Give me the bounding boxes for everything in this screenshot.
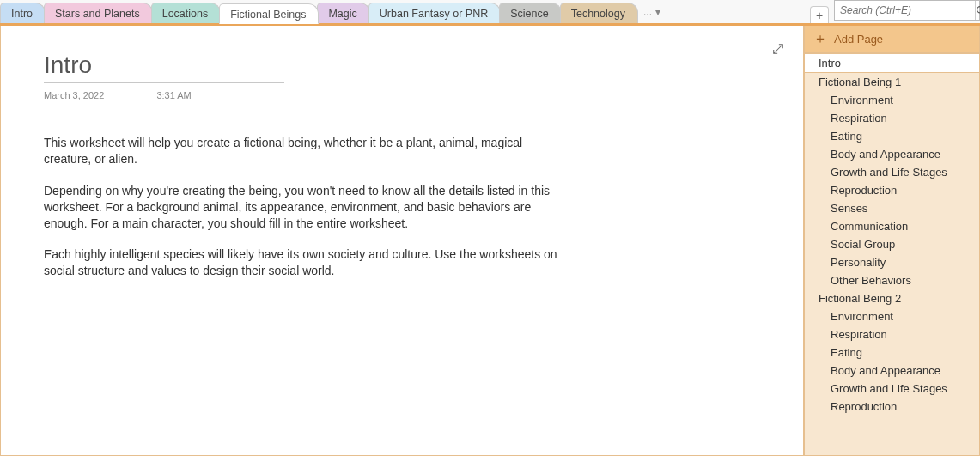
svg-line-2 (774, 45, 783, 54)
search-box[interactable] (834, 0, 980, 21)
page-list-item[interactable]: Fictional Being 1 (805, 73, 979, 91)
page-list-item[interactable]: Respiration (805, 109, 979, 127)
page-list-item[interactable]: Respiration (805, 325, 979, 344)
page-list-item[interactable]: Reproduction (805, 181, 979, 199)
plus-icon: ＋ (813, 30, 827, 48)
tab-overflow-menu[interactable]: ... ▾ (636, 4, 667, 20)
tab-technology[interactable]: Technology (560, 3, 638, 23)
page-list-item[interactable]: Other Behaviors (805, 271, 979, 289)
page-list-item[interactable]: Eating (805, 127, 979, 145)
page-time: 3:31 AM (156, 90, 191, 100)
add-page-button[interactable]: ＋ Add Page (805, 26, 979, 53)
tab-science[interactable]: Science (499, 3, 561, 23)
page-list-item[interactable]: Social Group (805, 235, 979, 253)
tab-locations[interactable]: Locations (151, 3, 222, 23)
title-underline (44, 82, 284, 83)
search-input[interactable] (835, 1, 975, 20)
paragraph[interactable]: Depending on why you're creating the bei… (44, 183, 559, 232)
paragraph[interactable]: Each highly intelligent species will lik… (44, 246, 559, 279)
search-icon (976, 5, 980, 16)
add-section-button[interactable]: + (810, 6, 829, 23)
page-body[interactable]: This worksheet will help you create a fi… (44, 135, 559, 279)
tab-magic[interactable]: Magic (317, 3, 369, 23)
page-title[interactable]: Intro (44, 52, 284, 79)
tab-urban-fantasy-or-pnr[interactable]: Urban Fantasy or PNR (368, 3, 501, 23)
tab-stars-and-planets[interactable]: Stars and Planets (44, 3, 153, 23)
fullscreen-button[interactable] (772, 43, 784, 58)
page-list-item[interactable]: Environment (805, 307, 979, 325)
chevron-down-icon: ▾ (655, 6, 660, 18)
page-list-item[interactable]: Fictional Being 2 (805, 289, 979, 307)
page-list-item[interactable]: Growth and Life Stages (805, 380, 979, 398)
page-list[interactable]: IntroFictional Being 1EnvironmentRespira… (805, 53, 979, 455)
page-list-item[interactable]: Body and Appearance (805, 362, 979, 380)
page-list-item[interactable]: Communication (805, 217, 979, 235)
page-list-panel: ＋ Add Page IntroFictional Being 1Environ… (804, 26, 980, 456)
page-list-item[interactable]: Body and Appearance (805, 145, 979, 163)
page-list-item[interactable]: Eating (805, 344, 979, 362)
page-list-item[interactable]: Reproduction (805, 398, 979, 416)
tab-fictional-beings[interactable]: Fictional Beings (219, 3, 319, 24)
page-list-item[interactable]: Intro (805, 53, 979, 73)
page-list-item[interactable]: Environment (805, 91, 979, 109)
page-list-item[interactable]: Growth and Life Stages (805, 163, 979, 181)
add-page-label: Add Page (834, 33, 883, 46)
page-meta: March 3, 2022 3:31 AM (44, 90, 760, 100)
section-tabstrip: Intro Stars and Planets Locations Fictio… (0, 0, 980, 23)
paragraph[interactable]: This worksheet will help you create a fi… (44, 135, 559, 167)
plus-icon: + (816, 9, 823, 22)
search-button[interactable] (975, 1, 980, 20)
page-canvas[interactable]: Intro March 3, 2022 3:31 AM This workshe… (0, 26, 804, 456)
tab-intro[interactable]: Intro (0, 3, 46, 23)
page-date: March 3, 2022 (44, 90, 104, 100)
page-list-item[interactable]: Senses (805, 199, 979, 217)
svg-point-0 (977, 6, 980, 12)
page-list-item[interactable]: Personality (805, 253, 979, 271)
expand-icon (772, 43, 784, 55)
ellipsis-icon: ... (643, 6, 652, 18)
